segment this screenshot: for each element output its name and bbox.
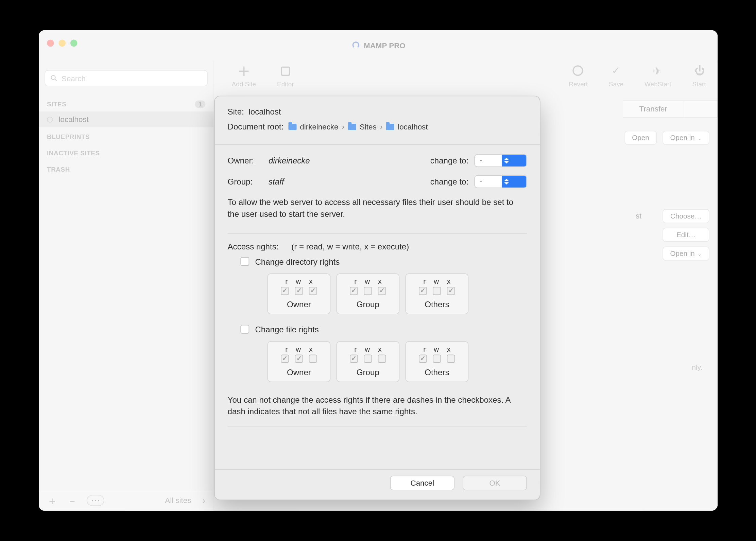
dropdown-toggle-icon (502, 154, 526, 167)
rwx-hint: (r = read, w = write, x = execute) (291, 242, 409, 251)
file-group-x[interactable] (378, 354, 386, 363)
group-title: Owner (271, 299, 326, 309)
change-file-rights-label: Change file rights (255, 325, 319, 334)
file-others-w[interactable] (433, 354, 441, 363)
dropdown-value: - (475, 157, 502, 165)
site-value: localhost (248, 107, 281, 116)
ok-button[interactable]: OK (463, 476, 527, 490)
dropdown-value: - (475, 178, 502, 186)
dir-owner-w[interactable] (295, 286, 303, 295)
dir-others-x[interactable] (447, 286, 455, 295)
group-change-dropdown[interactable]: - (474, 175, 527, 188)
perm-file-owner: rwx Owner (267, 341, 330, 382)
owner-help-text: To allow the web server to access all ne… (227, 196, 527, 220)
divider (227, 427, 527, 427)
change-to-label: change to: (430, 177, 468, 187)
change-directory-rights-label: Change directory rights (255, 257, 340, 266)
dir-group-r[interactable] (350, 286, 358, 295)
perm-file-group: rwx Group (336, 341, 399, 382)
access-rights-label: Access rights: (227, 242, 278, 251)
group-label: Group: (227, 177, 262, 187)
owner-group-section: Owner: dirkeinecke change to: - Group: s… (214, 144, 539, 225)
group-title: Group (340, 299, 395, 309)
perm-dir-others: rwx Others (405, 273, 468, 314)
directory-permission-groups: rwx Owner rwx Group rwx (214, 270, 539, 317)
group-value: staff (268, 177, 424, 187)
change-file-rights-checkbox[interactable] (240, 325, 249, 334)
dir-others-r[interactable] (419, 286, 427, 295)
dir-others-w[interactable] (433, 286, 441, 295)
group-title: Owner (271, 367, 326, 377)
owner-change-dropdown[interactable]: - (474, 154, 527, 167)
folder-icon (386, 123, 394, 130)
dir-owner-x[interactable] (309, 286, 317, 295)
dir-group-w[interactable] (364, 286, 372, 295)
file-others-x[interactable] (447, 354, 455, 363)
perm-file-others: rwx Others (405, 341, 468, 382)
permissions-dialog: Site: localhost Document root: dirkeinec… (214, 96, 540, 500)
dir-owner-r[interactable] (281, 286, 289, 295)
breadcrumb: dirkeinecke › Sites › localhost (288, 122, 428, 131)
access-rights-note: You can not change the access rights if … (214, 384, 539, 417)
app-window: MAMP PRO Add Site Editor Revert Save (39, 30, 718, 511)
file-group-r[interactable] (350, 354, 358, 363)
crumb-2[interactable]: localhost (398, 122, 428, 131)
perm-dir-group: rwx Group (336, 273, 399, 314)
file-owner-r[interactable] (281, 354, 289, 363)
site-label: Site: (227, 107, 244, 116)
group-title: Group (340, 367, 395, 377)
file-owner-w[interactable] (295, 354, 303, 363)
file-group-w[interactable] (364, 354, 372, 363)
change-to-label: change to: (430, 156, 468, 165)
dialog-header: Site: localhost Document root: dirkeinec… (214, 96, 539, 144)
folder-icon (348, 123, 356, 130)
change-directory-rights-checkbox[interactable] (240, 257, 249, 266)
folder-icon (288, 123, 296, 130)
group-title: Others (409, 299, 464, 309)
perm-dir-owner: rwx Owner (267, 273, 330, 314)
dir-group-x[interactable] (378, 286, 386, 295)
cancel-button[interactable]: Cancel (390, 476, 454, 490)
crumb-1[interactable]: Sites (360, 122, 377, 131)
group-title: Others (409, 367, 464, 377)
docroot-label: Document root: (227, 122, 284, 132)
file-others-r[interactable] (419, 354, 427, 363)
dialog-footer: Cancel OK (214, 469, 539, 500)
owner-value: dirkeinecke (268, 156, 424, 165)
owner-label: Owner: (227, 156, 262, 165)
file-owner-x[interactable] (309, 354, 317, 363)
file-permission-groups: rwx Owner rwx Group rwx (214, 337, 539, 384)
crumb-0[interactable]: dirkeinecke (300, 122, 338, 131)
dropdown-toggle-icon (502, 175, 526, 188)
